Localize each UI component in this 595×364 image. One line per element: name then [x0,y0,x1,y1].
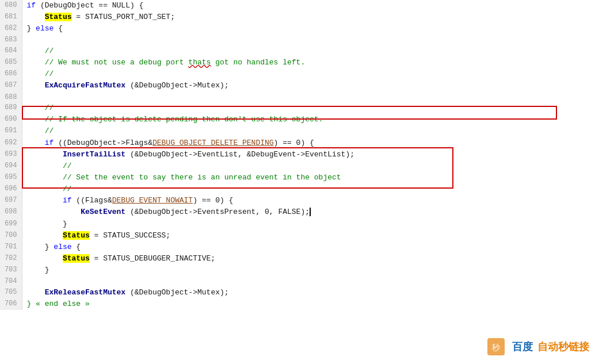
code-line-content: } [22,265,595,276]
line-number: 687 [0,80,22,91]
code-line-content: KeSetEvent (&DebugObject->EventsPresent,… [22,206,595,218]
table-row: 705 ExReleaseFastMutex (&DebugObject->Mu… [0,287,595,298]
code-line-content: if ((Flags&DEBUG_EVENT_NOWAIT) == 0) { [22,195,595,206]
code-token: DEBUG_OBJECT_DELETE_PENDING [152,139,274,147]
code-table: 680if (DebugObject == NULL) {681 Status … [0,0,595,310]
code-token: thats [188,58,211,67]
line-number: 701 [0,242,22,253]
line-number: 696 [0,183,22,195]
table-row: 688 [0,92,595,103]
code-token: ((DebugObject->Flags& [54,139,152,147]
table-row: 706} « end else » [0,298,595,310]
watermark-brand: 百度 自动秒链接 [512,340,589,354]
table-row: 700 Status = STATUS_SUCCESS; [0,230,595,242]
line-number: 682 [0,23,22,35]
line-number: 688 [0,92,22,103]
line-number: 700 [0,230,22,242]
table-row: 683 [0,35,595,45]
code-token: } [45,266,49,274]
code-token: if [63,196,72,205]
line-number: 680 [0,0,22,12]
table-row: 695 // Set the event to say there is an … [0,172,595,183]
code-line-content [22,276,595,287]
code-token: } « end else » [27,300,90,308]
line-number: 689 [0,102,22,114]
code-token: (&DebugObject->Mutex); [125,81,228,90]
table-row: 686 // [0,68,595,80]
code-token: // [45,127,54,135]
code-line-content [22,92,595,103]
table-row: 704 [0,276,595,287]
code-line-content: ExReleaseFastMutex (&DebugObject->Mutex)… [22,287,595,298]
code-line-content: // [22,160,595,172]
code-token: } [45,243,54,251]
line-number: 693 [0,149,22,160]
code-token: // [45,47,54,55]
line-number: 699 [0,219,22,230]
code-line-content: // [22,125,595,137]
code-token: = STATUS_SUCCESS; [90,231,170,240]
code-token: Status [63,231,90,240]
code-line-content: // Set the event to say there is an unre… [22,172,595,183]
code-line-content: // We must not use a debug port thats go… [22,57,595,68]
line-number: 706 [0,298,22,310]
table-row: 702 Status = STATUS_DEBUGGER_INACTIVE; [0,253,595,265]
line-number: 692 [0,137,22,149]
code-line-content: Status = STATUS_DEBUGGER_INACTIVE; [22,253,595,265]
line-number: 691 [0,125,22,137]
line-number: 704 [0,276,22,287]
table-row: 681 Status = STATUS_PORT_NOT_SET; [0,12,595,23]
code-token: // [63,185,72,193]
code-line-content: if (DebugObject == NULL) { [22,0,595,12]
line-number: 690 [0,114,22,125]
line-number: 683 [0,35,22,45]
table-row: 682} else { [0,23,595,35]
table-row: 692 if ((DebugObject->Flags&DEBUG_OBJECT… [0,137,595,149]
code-line-content: } else { [22,242,595,253]
line-number: 694 [0,160,22,172]
table-row: 703 } [0,265,595,276]
table-row: 701 } else { [0,242,595,253]
table-row: 691 // [0,125,595,137]
line-number: 697 [0,195,22,206]
table-row: 697 if ((Flags&DEBUG_EVENT_NOWAIT) == 0)… [0,195,595,206]
table-row: 699 } [0,219,595,230]
table-row: 684 // [0,45,595,57]
code-token: else [54,243,71,251]
table-row: 690 // If the object is delete pending t… [0,114,595,125]
code-token: Status [63,254,90,263]
code-token [310,208,311,216]
code-line-content: InsertTailList (&DebugObject->EventList,… [22,149,595,160]
code-token: (&DebugObject->Mutex); [125,288,228,297]
line-number: 698 [0,206,22,218]
code-token: { [72,243,81,251]
line-number: 681 [0,12,22,23]
code-token: KeSetEvent [81,208,125,216]
code-token: } [27,24,36,33]
svg-text:秒: 秒 [492,343,500,352]
code-line-content: } else { [22,23,595,35]
code-line-content: // [22,183,595,195]
line-number: 705 [0,287,22,298]
code-token: ExAcquireFastMutex [45,81,125,90]
code-token: // [63,162,72,170]
table-row: 680if (DebugObject == NULL) { [0,0,595,12]
line-number: 686 [0,68,22,80]
code-token: (&DebugObject->EventsPresent, 0, FALSE); [125,208,310,216]
code-token: if [27,1,36,10]
code-token: // Set the event to say there is an unre… [63,173,341,182]
watermark-logo-icon: 秒 [485,335,508,358]
code-token: { [54,24,63,33]
code-line-content: // If the object is delete pending then … [22,114,595,125]
line-number: 702 [0,253,22,265]
code-line-content: // [22,45,595,57]
code-token: ExReleaseFastMutex [45,288,125,297]
code-container: 680if (DebugObject == NULL) {681 Status … [0,0,595,364]
code-token: // If the object is delete pending then … [45,115,323,124]
table-row: 685 // We must not use a debug port that… [0,57,595,68]
table-row: 698 KeSetEvent (&DebugObject->EventsPres… [0,206,595,218]
line-number: 695 [0,172,22,183]
code-token: ((Flags& [72,196,112,205]
code-line-content: // [22,102,595,114]
code-line-content: } « end else » [22,298,595,310]
